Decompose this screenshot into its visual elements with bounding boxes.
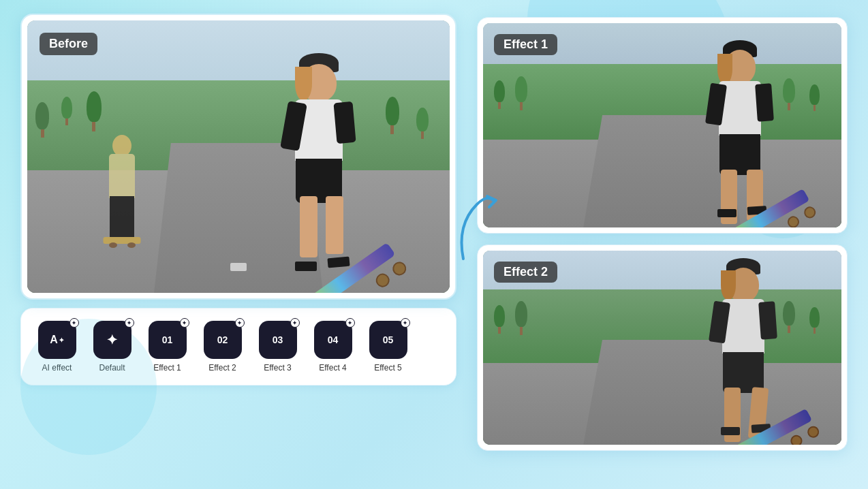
effect2-tree-2	[515, 301, 527, 335]
effect5-sparkle-badge: ✦	[401, 318, 410, 328]
effect-icon-3: 03 ✦	[259, 321, 297, 359]
effect-icon-4: 04 ✦	[314, 321, 352, 359]
effect2-label: Effect 2	[208, 363, 236, 373]
before-image: Before	[27, 20, 450, 293]
arrow-svg	[450, 191, 504, 272]
before-card: Before	[20, 14, 456, 300]
effect1-tree-2	[515, 76, 527, 110]
effect-item-4[interactable]: 04 ✦ Effect 4	[311, 321, 355, 373]
effect-icon-5: 05 ✦	[369, 321, 407, 359]
tree-right-1	[416, 108, 429, 139]
effect4-label: Effect 4	[319, 363, 346, 373]
tree-left-2	[61, 97, 72, 125]
effect3-icon-text: 03	[273, 334, 283, 345]
ai-sparkle-badge: ✦	[69, 318, 79, 328]
effect-item-2[interactable]: 02 ✦ Effect 2	[200, 321, 245, 373]
effect1-icon-text: 01	[162, 334, 173, 345]
ai-icon-text: A	[50, 334, 58, 346]
person-background	[104, 135, 141, 244]
right-panel: Effect 1	[477, 14, 848, 451]
effect2-result-image: Effect 2	[483, 251, 841, 445]
effect1-result-card: Effect 1	[477, 17, 848, 234]
effect2-result-card: Effect 2	[477, 245, 848, 451]
effect2-sparkle-badge: ✦	[235, 318, 245, 328]
effect1-result-image: Effect 1	[483, 23, 841, 227]
effect-icon-ai: A ✦ ✦	[38, 321, 76, 359]
effect5-label: Effect 5	[374, 363, 401, 373]
effect2-tree-1	[494, 305, 505, 334]
effect-icon-default: ✦ ✦	[93, 321, 131, 359]
effect2-icon-text: 02	[217, 334, 228, 345]
effect3-sparkle-badge: ✦	[290, 318, 300, 328]
effect1-label-overlay: Effect 1	[494, 34, 557, 55]
default-icon-text: ✦	[106, 332, 118, 348]
tree-left-3	[87, 91, 102, 131]
before-label: Before	[40, 33, 97, 55]
effect2-tree-3	[809, 307, 820, 334]
effect2-person	[696, 258, 791, 435]
effect1-tree-3	[809, 84, 820, 111]
effect-item-3[interactable]: 03 ✦ Effect 3	[255, 321, 300, 373]
effect5-icon-text: 05	[383, 334, 394, 345]
effect1-tree-1	[494, 80, 505, 109]
tree-left-1	[35, 102, 49, 138]
tree-right-2	[386, 97, 399, 134]
effect-icon-2: 02 ✦	[204, 321, 242, 359]
ai-sparkle-text: ✦	[59, 336, 64, 344]
arrow-connector	[450, 191, 504, 272]
effect1-person	[692, 40, 788, 217]
effect4-icon-text: 04	[328, 334, 339, 345]
effect1-sparkle-badge: ✦	[180, 318, 189, 328]
effect4-sparkle-badge: ✦	[345, 318, 355, 328]
road-marking	[230, 263, 247, 271]
person-main	[264, 53, 373, 271]
effect1-label: Effect 1	[153, 363, 181, 373]
default-sparkle-badge: ✦	[125, 318, 134, 328]
effect3-label: Effect 3	[264, 363, 291, 373]
effect-icon-1: 01 ✦	[149, 321, 187, 359]
effect-item-5[interactable]: 05 ✦ Effect 5	[366, 321, 410, 373]
